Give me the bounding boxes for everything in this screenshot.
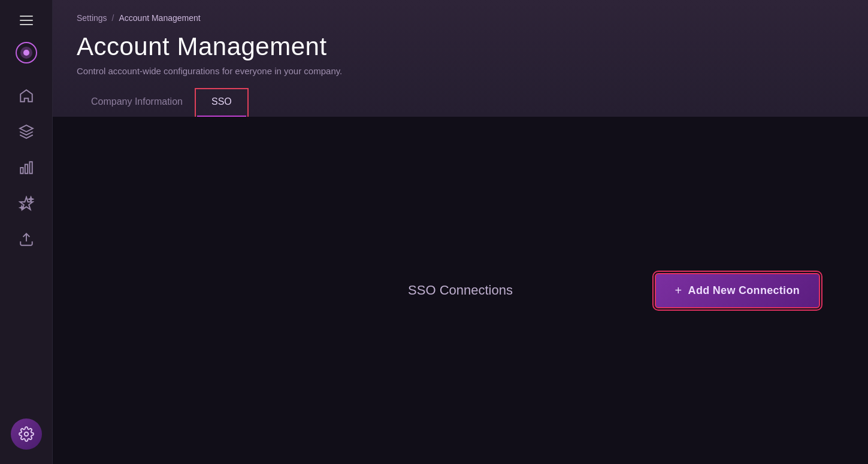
sidebar [0, 0, 53, 464]
app-logo [13, 40, 40, 66]
plus-icon: + [675, 284, 682, 298]
main-content: Settings / Account Management Account Ma… [53, 0, 868, 464]
svg-rect-4 [25, 165, 27, 174]
sidebar-item-home[interactable] [11, 80, 42, 111]
sidebar-item-models[interactable] [11, 116, 42, 147]
content-area: SSO Connections + Add New Connection [53, 117, 868, 464]
tab-sso[interactable]: SSO [197, 90, 246, 117]
sparkles-icon [19, 196, 34, 211]
home-icon [19, 88, 34, 104]
breadcrumb-separator: / [112, 13, 114, 23]
breadcrumb-settings[interactable]: Settings [77, 13, 107, 23]
analytics-icon [19, 160, 34, 175]
svg-rect-3 [20, 168, 23, 174]
page-subtitle: Control account-wide configurations for … [77, 66, 844, 76]
sidebar-item-analytics[interactable] [11, 152, 42, 183]
breadcrumb-current: Account Management [119, 13, 200, 23]
cube-icon [19, 124, 34, 139]
tabs: Company Information SSO [77, 90, 844, 117]
sidebar-item-ai[interactable] [11, 188, 42, 219]
hamburger-menu[interactable] [13, 7, 40, 34]
tab-company-information[interactable]: Company Information [77, 90, 197, 117]
upload-icon [19, 232, 34, 247]
svg-point-2 [23, 50, 29, 56]
sidebar-item-settings[interactable] [11, 418, 42, 450]
add-new-connection-button[interactable]: + Add New Connection [655, 273, 820, 308]
page-title: Account Management [77, 32, 844, 61]
breadcrumb: Settings / Account Management [77, 13, 844, 23]
svg-point-6 [24, 432, 28, 436]
sso-connections-label: SSO Connections [408, 283, 513, 298]
sidebar-nav [11, 80, 42, 418]
gear-icon [19, 426, 34, 442]
sidebar-item-upload[interactable] [11, 224, 42, 255]
header-area: Settings / Account Management Account Ma… [53, 0, 868, 117]
svg-rect-5 [29, 162, 32, 174]
add-connection-label: Add New Connection [688, 284, 800, 297]
